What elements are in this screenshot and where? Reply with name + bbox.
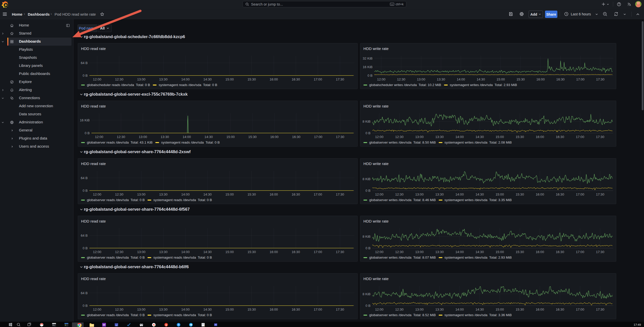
svg-text:13:30: 13:30 <box>435 135 444 139</box>
svg-text:15:00: 15:00 <box>497 77 505 81</box>
svg-text:14:30: 14:30 <box>203 193 212 196</box>
svg-text:17:30: 17:30 <box>596 193 604 196</box>
svg-text:13:00: 13:00 <box>137 193 145 196</box>
svg-text:13:00: 13:00 <box>415 308 424 311</box>
svg-text:17:00: 17:00 <box>314 193 322 196</box>
svg-text:17:30: 17:30 <box>596 135 604 139</box>
svg-text:14:00: 14:00 <box>181 308 190 311</box>
svg-text:17:30: 17:30 <box>596 250 604 254</box>
svg-text:16:00: 16:00 <box>269 193 278 196</box>
svg-text:15:00: 15:00 <box>226 193 234 196</box>
svg-text:17:30: 17:30 <box>336 77 344 81</box>
svg-text:16:00: 16:00 <box>536 135 544 139</box>
svg-text:12:00: 12:00 <box>93 77 101 81</box>
svg-text:14:30: 14:30 <box>203 308 212 311</box>
svg-text:12:30: 12:30 <box>397 77 405 81</box>
svg-text:16:00: 16:00 <box>536 77 545 81</box>
svg-text:12:00: 12:00 <box>375 135 383 139</box>
svg-text:8 KiB: 8 KiB <box>362 120 370 123</box>
svg-text:17:00: 17:00 <box>314 250 322 254</box>
svg-text:13:00: 13:00 <box>137 308 145 311</box>
svg-text:17:00: 17:00 <box>576 308 584 311</box>
svg-text:0 B: 0 B <box>85 131 90 135</box>
svg-text:S: S <box>178 323 179 326</box>
svg-text:12:00: 12:00 <box>377 77 385 81</box>
svg-text:15:00: 15:00 <box>226 135 235 139</box>
svg-text:13:30: 13:30 <box>435 250 444 254</box>
svg-text:g: g <box>165 323 167 326</box>
svg-text:16:30: 16:30 <box>292 250 300 254</box>
svg-text:14:00: 14:00 <box>183 135 191 139</box>
svg-text:17:00: 17:00 <box>576 135 584 139</box>
svg-text:15:30: 15:30 <box>516 193 524 196</box>
svg-text:14:00: 14:00 <box>181 250 190 254</box>
svg-text:16:30: 16:30 <box>292 135 301 139</box>
svg-text:8 KiB: 8 KiB <box>362 177 370 181</box>
svg-text:16:00: 16:00 <box>536 193 544 196</box>
svg-text:15:30: 15:30 <box>247 250 256 254</box>
svg-text:15:00: 15:00 <box>226 308 234 311</box>
svg-text:13:00: 13:00 <box>137 250 145 254</box>
svg-text:12:00: 12:00 <box>95 135 103 139</box>
svg-text:8 KiB: 8 KiB <box>362 292 370 296</box>
svg-text:13:30: 13:30 <box>435 193 444 196</box>
svg-text:12:00: 12:00 <box>375 193 383 196</box>
svg-text:15:00: 15:00 <box>226 77 234 81</box>
svg-text:13:00: 13:00 <box>415 135 424 139</box>
svg-text:13:30: 13:30 <box>435 308 444 311</box>
svg-text:13:30: 13:30 <box>159 77 167 81</box>
svg-text:16:00: 16:00 <box>536 308 544 311</box>
svg-text:12:30: 12:30 <box>395 135 404 139</box>
svg-text:15:30: 15:30 <box>247 193 256 196</box>
svg-text:64 B: 64 B <box>81 234 88 237</box>
svg-text:0 B: 0 B <box>367 74 373 77</box>
svg-text:13:00: 13:00 <box>415 193 424 196</box>
svg-text:64 B: 64 B <box>81 291 88 295</box>
svg-text:15:30: 15:30 <box>247 308 256 311</box>
svg-text:0 B: 0 B <box>83 74 88 77</box>
svg-text:16:30: 16:30 <box>292 308 300 311</box>
svg-text:17:30: 17:30 <box>336 250 344 254</box>
svg-text:15:30: 15:30 <box>516 77 525 81</box>
svg-text:13:30: 13:30 <box>161 135 169 139</box>
svg-text:16:30: 16:30 <box>556 77 565 81</box>
svg-text:12:30: 12:30 <box>395 193 404 196</box>
svg-text:14:30: 14:30 <box>476 308 484 311</box>
svg-text:16 KiB: 16 KiB <box>80 118 90 122</box>
svg-text:14:30: 14:30 <box>477 77 485 81</box>
svg-text:13:00: 13:00 <box>415 250 424 254</box>
svg-text:16:30: 16:30 <box>556 308 564 311</box>
svg-text:17:30: 17:30 <box>336 135 344 139</box>
svg-text:0 B: 0 B <box>365 304 370 308</box>
svg-text:15:00: 15:00 <box>496 250 504 254</box>
svg-text:12:00: 12:00 <box>93 250 101 254</box>
svg-text:0 B: 0 B <box>83 246 88 250</box>
svg-text:13:30: 13:30 <box>159 308 167 311</box>
svg-text:13:00: 13:00 <box>417 77 425 81</box>
svg-text:12:00: 12:00 <box>375 250 383 254</box>
svg-text:14:00: 14:00 <box>181 193 190 196</box>
svg-text:16:30: 16:30 <box>556 135 564 139</box>
svg-text:12:30: 12:30 <box>395 250 404 254</box>
svg-text:8 KiB: 8 KiB <box>362 235 370 238</box>
svg-text:12:00: 12:00 <box>375 308 383 311</box>
svg-text:15:30: 15:30 <box>516 308 524 311</box>
svg-text:15:30: 15:30 <box>516 250 524 254</box>
svg-text:13:30: 13:30 <box>159 250 167 254</box>
svg-text:16:00: 16:00 <box>269 77 278 81</box>
svg-text:16:30: 16:30 <box>556 250 564 254</box>
svg-text:12:30: 12:30 <box>395 308 404 311</box>
svg-text:16:00: 16:00 <box>536 250 544 254</box>
svg-text:17:30: 17:30 <box>336 193 344 196</box>
svg-text:16:00: 16:00 <box>270 135 279 139</box>
svg-text:15:00: 15:00 <box>496 193 504 196</box>
svg-text:17:00: 17:00 <box>314 77 322 81</box>
svg-text:15:00: 15:00 <box>226 250 234 254</box>
svg-text:15:30: 15:30 <box>516 135 524 139</box>
svg-text:12:30: 12:30 <box>117 135 125 139</box>
svg-text:14:00: 14:00 <box>455 250 464 254</box>
svg-text:14:30: 14:30 <box>476 193 484 196</box>
svg-text:0 B: 0 B <box>83 189 88 193</box>
svg-text:17:00: 17:00 <box>576 250 584 254</box>
svg-text:0 B: 0 B <box>83 304 88 308</box>
